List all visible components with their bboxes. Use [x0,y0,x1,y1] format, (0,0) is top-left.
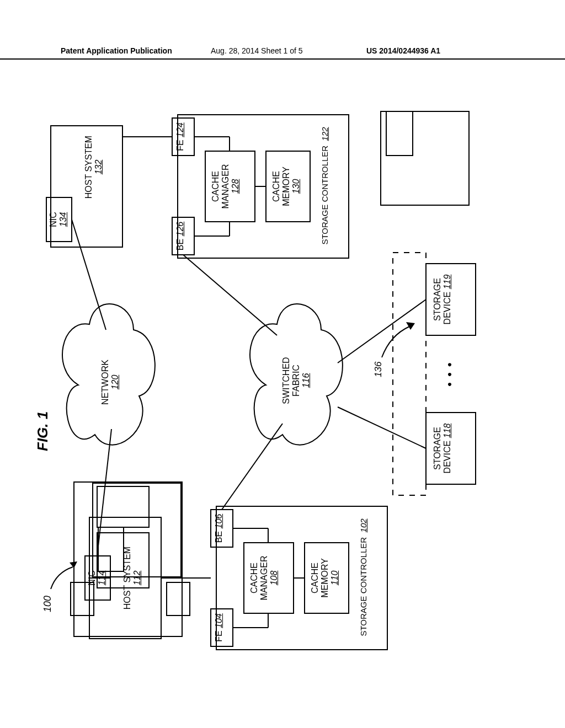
fe-right-label: FE [175,140,185,151]
ctrl-left-label: STORAGE [359,596,368,636]
ctrl-right-label: STORAGE [320,205,329,245]
cache-mgr-left: CACHE MANAGER 108 [249,543,279,613]
dev118-num: 118 [443,424,452,438]
host-left-label: HOST SYSTEM [122,528,132,628]
svg-rect-54 [393,253,426,495]
ctrl-left-label2: CONTROLLER [359,537,368,594]
cache-mgr-left-label2: MANAGER [259,543,269,613]
storage-dev-118: STORAGE DEVICE 118 [433,413,452,484]
be-right-label: BE [175,239,185,250]
cache-mgr-left-num: 108 [269,543,279,613]
fe-left: FE 104 [214,609,224,646]
storage-dev-119: STORAGE DEVICE 119 [433,264,452,335]
storage-ellipsis: • • • [443,352,457,396]
rotated-canvas: FIG. 1 100 NETWORK 120 SWITCHED FABRIC 1… [40,92,525,672]
fe-left-label: FE [214,630,223,641]
ctrl-left-num: 102 [359,518,368,532]
cache-mem-left-label: CACHE [310,543,320,613]
cache-mem-left-label2: MEMORY [320,543,330,613]
ctrl-right-label2: CONTROLLER [320,146,329,202]
header-right: US 2014/0244936 A1 [366,46,440,55]
fe-right-num: 124 [175,122,185,137]
nic-left-label: NIC [87,558,97,598]
figure-stage: FIG. 1 100 NETWORK 120 SWITCHED FABRIC 1… [40,92,525,672]
nic-left-num: 114 [97,558,107,598]
nic-right: NIC 134 [49,200,68,239]
fabric-label1: SWITCHED [281,342,291,419]
network-label: NETWORK [100,346,110,418]
dev118-label2: DEVICE [443,441,452,474]
host-right-num: 132 [94,126,104,208]
storage-group-ref: 136 [373,362,384,377]
host-right-label: HOST SYSTEM [84,126,94,208]
cache-mem-right: CACHE MEMORY 130 [271,151,301,222]
svg-line-62 [338,407,426,448]
cache-mgr-right-num: 128 [231,151,241,222]
svg-line-63 [338,299,426,363]
dev118-label: STORAGE [433,413,443,484]
controller-right: STORAGE CONTROLLER 122 [320,117,329,255]
cache-mgr-right-label: CACHE [211,151,221,222]
cache-mem-right-num: 130 [291,151,301,222]
fabric-num: 116 [301,342,311,419]
be-right: BE 126 [175,217,185,255]
cache-mem-right-label2: MEMORY [281,151,291,222]
header-left: Patent Application Publication [61,46,172,55]
cache-mem-right-label: CACHE [271,151,281,222]
dev119-num: 119 [443,275,452,290]
dev119-label2: DEVICE [443,292,452,325]
cache-mgr-left-label: CACHE [249,543,259,613]
fe-right: FE 124 [175,118,185,156]
cache-mem-left-num: 110 [330,543,340,613]
fabric-label2: FABRIC [291,342,301,419]
fe-left-num: 104 [214,613,223,628]
controller-left: STORAGE CONTROLLER 102 [359,508,368,646]
host-right: HOST SYSTEM 132 [84,126,104,208]
svg-line-60 [222,424,282,510]
svg-marker-64 [70,561,77,568]
be-left-num: 106 [214,514,223,529]
host-left-num: 112 [132,528,142,628]
svg-line-57 [97,429,111,556]
network-num: 120 [110,346,120,418]
page-header: Patent Application Publication Aug. 28, … [0,46,565,60]
host-left: HOST SYSTEM 112 [122,528,142,628]
svg-line-61 [183,255,277,335]
fabric-cloud: SWITCHED FABRIC 116 [281,342,311,419]
header-mid: Aug. 28, 2014 Sheet 1 of 5 [211,46,303,55]
cache-mgr-right-label2: MANAGER [221,151,231,222]
cache-mem-left: CACHE MEMORY 110 [310,543,340,613]
dev119-label: STORAGE [433,264,443,335]
system-ref: 100 [42,596,54,612]
network-cloud: NETWORK 120 [100,346,120,418]
be-left: BE 106 [214,510,224,547]
be-right-num: 126 [175,222,185,237]
ctrl-right-num: 122 [320,127,329,141]
figure-title: FIG. 1 [34,411,51,451]
nic-right-num: 134 [58,200,68,239]
be-left-label: BE [214,531,223,543]
nic-left: NIC 114 [87,558,107,598]
nic-right-label: NIC [49,200,58,239]
cache-mgr-right: CACHE MANAGER 128 [211,151,241,222]
svg-marker-65 [406,322,415,330]
svg-line-58 [72,220,106,330]
